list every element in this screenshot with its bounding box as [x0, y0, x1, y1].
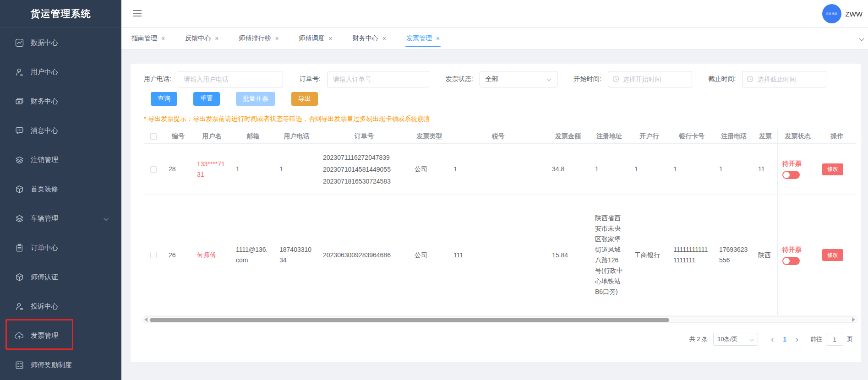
close-icon[interactable]: ×	[161, 35, 165, 42]
cell-order-ids: 2023071116272047839 2023071014581449055 …	[318, 144, 410, 195]
sidebar-item-label: 订单中心	[31, 244, 58, 252]
close-icon[interactable]: ×	[275, 35, 278, 42]
cell-status: 待开票	[777, 195, 818, 315]
cell-amount: 34.8	[547, 144, 589, 195]
cell-reg-phone: 17693623556	[715, 195, 753, 315]
sidebar-item-label: 消息中心	[31, 126, 58, 135]
selected-status-value: 全部	[486, 75, 498, 83]
col-header-status: 发票状态	[777, 129, 818, 143]
cell-id: 28	[163, 144, 192, 195]
page-suffix-label: 页	[847, 335, 853, 343]
sidebar-item-label: 师傅奖励制度	[31, 361, 72, 369]
tab-label: 反馈中心	[185, 34, 211, 43]
row-checkbox[interactable]	[150, 252, 157, 258]
status-filter-label: 发票状态:	[446, 75, 473, 83]
action-buttons: 查询 重置 批量开票 导出	[151, 92, 318, 106]
select-all-checkbox[interactable]	[150, 133, 157, 140]
order-filter-input[interactable]	[327, 71, 429, 87]
order-id: 2023071116272047839	[323, 152, 405, 163]
cell-invoice-extra: 陕西	[753, 195, 777, 315]
start-time-input[interactable]	[608, 71, 692, 87]
top-header-bar: 货运托运 ZWW	[121, 0, 868, 27]
close-icon[interactable]: ×	[436, 35, 440, 42]
goto-page-input[interactable]	[826, 333, 843, 346]
sidebar-item-master-reward[interactable]: 师傅奖励制度	[0, 350, 121, 380]
clock-icon	[747, 76, 753, 84]
invoice-status-toggle[interactable]	[782, 171, 800, 179]
goto-page-label: 前往	[810, 335, 822, 343]
invoice-status-select[interactable]: 全部	[480, 71, 557, 87]
invoice-status-toggle[interactable]	[782, 257, 800, 265]
sidebar-item-home-decorate[interactable]: 首页装修	[0, 174, 121, 204]
end-time-input[interactable]	[742, 71, 826, 87]
col-header-username: 用户名	[192, 129, 231, 143]
cell-card: 111111111111111111	[669, 195, 715, 315]
sidebar-item-master-cert[interactable]: 师傅认证	[0, 262, 121, 292]
sidebar-item-complaint-center[interactable]: 投诉中心	[0, 292, 121, 321]
message-icon	[15, 126, 24, 135]
sidebar-item-label: 车辆管理	[31, 214, 58, 223]
sidebar-item-message-center[interactable]: 消息中心	[0, 116, 121, 145]
current-page-number[interactable]: 1	[778, 336, 791, 343]
cell-bank: 1	[630, 144, 669, 195]
cell-address: 陕西省西安市未央区张家堡街道凤城八路126号(行政中心地铁站B6口旁)	[589, 195, 630, 315]
username-link[interactable]: 何师傅	[197, 250, 227, 261]
sidebar-item-finance-center[interactable]: 财务中心	[0, 87, 121, 116]
export-button[interactable]: 导出	[291, 92, 318, 106]
edit-button[interactable]: 修改	[822, 163, 843, 175]
tab-finance-center[interactable]: 财务中心 ×	[353, 28, 386, 49]
sidebar-item-user-center[interactable]: 用户中心	[0, 57, 121, 87]
scroll-right-arrow-icon[interactable]	[852, 317, 855, 322]
app-title: 货运管理系统	[0, 0, 121, 27]
clock-icon	[612, 76, 619, 84]
batch-invoice-button[interactable]: 批量开票	[236, 92, 275, 106]
prev-page-button[interactable]: ‹	[766, 335, 778, 343]
hamburger-menu-icon[interactable]	[133, 10, 142, 17]
cell-tax-id: 1	[449, 144, 547, 195]
sidebar-item-vehicle-mgmt[interactable]: 车辆管理	[0, 204, 121, 233]
chevron-down-icon	[546, 76, 551, 83]
edit-button[interactable]: 修改	[822, 249, 843, 261]
checklist-icon	[15, 360, 24, 369]
scrollbar-thumb[interactable]	[150, 318, 669, 322]
page-size-value: 10条/页	[717, 335, 737, 343]
scroll-left-arrow-icon[interactable]	[144, 317, 147, 322]
sidebar-item-invoice-mgmt[interactable]: 发票管理	[0, 321, 121, 350]
reset-button[interactable]: 重置	[193, 92, 220, 106]
close-icon[interactable]: ×	[329, 35, 333, 42]
sidebar-item-data-center[interactable]: 数据中心	[0, 28, 121, 57]
sidebar-item-deregister-mgmt[interactable]: 注销管理	[0, 145, 121, 174]
tab-feedback-center[interactable]: 反馈中心 ×	[185, 28, 218, 49]
page-size-select[interactable]: 10条/页	[713, 333, 758, 346]
layers-icon	[15, 155, 24, 164]
col-header-invoice-extra: 发票	[753, 129, 777, 143]
tab-invoice-mgmt[interactable]: 发票管理 ×	[406, 28, 440, 49]
cube-icon	[15, 272, 24, 282]
tab-master-ranking[interactable]: 师傅排行榜 ×	[239, 28, 278, 49]
user-menu[interactable]: 货运托运 ZWW	[822, 4, 863, 24]
cell-order-ids: 2023063009283964686	[318, 195, 410, 315]
sidebar-item-order-center[interactable]: 订单中心	[0, 233, 121, 262]
tab-master-dispatch[interactable]: 师傅调度 ×	[299, 28, 333, 49]
row-checkbox[interactable]	[150, 166, 157, 173]
table-header-row: 编号 用户名 邮箱 用户电话 订单号 发票类型 税号 发票金额 注册地址 开户行…	[144, 129, 857, 144]
tab-guide-mgmt[interactable]: 指南管理 ×	[131, 28, 165, 49]
horizontal-scrollbar[interactable]	[142, 316, 857, 323]
invoice-table: 编号 用户名 邮箱 用户电话 订单号 发票类型 税号 发票金额 注册地址 开户行…	[144, 129, 857, 315]
close-icon[interactable]: ×	[382, 35, 386, 42]
chevron-down-icon[interactable]	[859, 35, 864, 43]
cell-actions: 修改	[818, 144, 857, 195]
close-icon[interactable]: ×	[215, 35, 218, 42]
cloud-upload-icon	[15, 331, 24, 340]
avatar[interactable]: 货运托运	[822, 4, 841, 23]
order-id: 2023063009283964686	[323, 249, 405, 261]
search-button[interactable]: 查询	[151, 92, 177, 106]
col-header-email: 邮箱	[231, 129, 275, 143]
next-page-button[interactable]: ›	[791, 335, 803, 343]
export-notice-text: * 导出发票提示：导出发票前请进行时间或者状态等筛选，否则导出发票量过多易出现卡…	[144, 115, 430, 123]
filter-bar: 用户电话: 订单号: 发票状态: 全部 开始时间: 截止时间:	[144, 71, 826, 87]
col-header-card: 银行卡号	[669, 129, 715, 143]
phone-filter-input[interactable]	[178, 71, 283, 87]
username-link[interactable]: 133****7131	[197, 159, 227, 180]
end-time-label: 截止时间:	[709, 75, 736, 83]
